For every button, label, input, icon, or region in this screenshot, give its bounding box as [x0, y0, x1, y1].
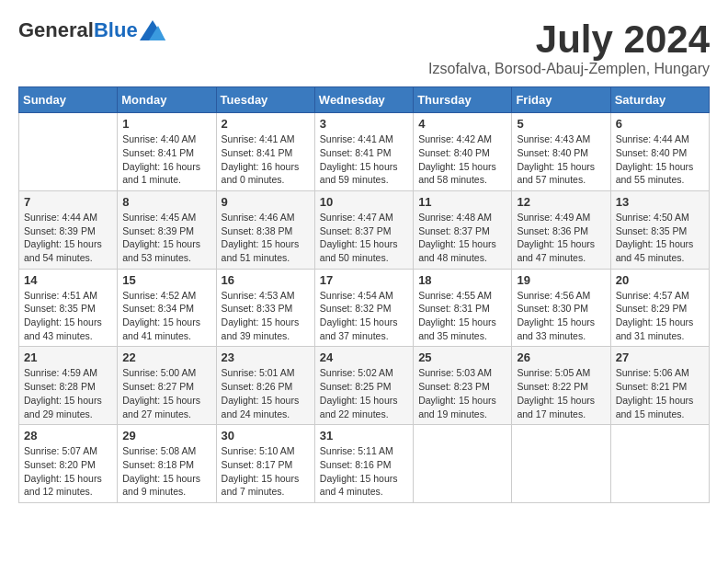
calendar-table: SundayMondayTuesdayWednesdayThursdayFrid…: [18, 86, 710, 503]
day-info: Sunrise: 5:05 AMSunset: 8:22 PMDaylight:…: [517, 366, 605, 420]
calendar-header-saturday: Saturday: [610, 87, 709, 113]
calendar-cell: [610, 425, 709, 503]
day-number: 19: [517, 273, 605, 287]
calendar-header-tuesday: Tuesday: [216, 87, 314, 113]
day-number: 24: [320, 350, 408, 364]
day-info: Sunrise: 4:50 AMSunset: 8:35 PMDaylight:…: [616, 211, 704, 265]
calendar-cell: 31Sunrise: 5:11 AMSunset: 8:16 PMDayligh…: [314, 425, 413, 503]
calendar-cell: 30Sunrise: 5:10 AMSunset: 8:17 PMDayligh…: [216, 425, 314, 503]
day-info: Sunrise: 4:59 AMSunset: 8:28 PMDaylight:…: [24, 366, 112, 420]
calendar-cell: 16Sunrise: 4:53 AMSunset: 8:33 PMDayligh…: [216, 269, 314, 347]
calendar-cell: 11Sunrise: 4:48 AMSunset: 8:37 PMDayligh…: [414, 190, 512, 269]
calendar-cell: 8Sunrise: 4:45 AMSunset: 8:39 PMDaylight…: [118, 190, 216, 269]
calendar-header-thursday: Thursday: [414, 87, 512, 113]
day-number: 6: [616, 117, 704, 131]
calendar-cell: 20Sunrise: 4:57 AMSunset: 8:29 PMDayligh…: [610, 269, 709, 347]
day-info: Sunrise: 5:00 AMSunset: 8:27 PMDaylight:…: [122, 366, 210, 420]
day-number: 7: [24, 195, 112, 209]
calendar-header-row: SundayMondayTuesdayWednesdayThursdayFrid…: [19, 87, 710, 113]
day-number: 10: [320, 195, 408, 209]
day-info: Sunrise: 4:41 AMSunset: 8:41 PMDaylight:…: [320, 132, 408, 187]
day-info: Sunrise: 4:57 AMSunset: 8:29 PMDaylight:…: [616, 289, 704, 343]
day-number: 23: [222, 350, 310, 364]
calendar-week-row: 1Sunrise: 4:40 AMSunset: 8:41 PMDaylight…: [19, 113, 710, 191]
calendar-cell: 14Sunrise: 4:51 AMSunset: 8:35 PMDayligh…: [19, 269, 118, 347]
day-info: Sunrise: 4:44 AMSunset: 8:40 PMDaylight:…: [616, 132, 704, 187]
calendar-week-row: 7Sunrise: 4:44 AMSunset: 8:39 PMDaylight…: [19, 190, 710, 269]
day-number: 2: [222, 117, 310, 131]
calendar-cell: 18Sunrise: 4:55 AMSunset: 8:31 PMDayligh…: [414, 269, 512, 347]
day-info: Sunrise: 4:45 AMSunset: 8:39 PMDaylight:…: [122, 211, 210, 265]
calendar-cell: 22Sunrise: 5:00 AMSunset: 8:27 PMDayligh…: [118, 347, 216, 425]
day-number: 18: [418, 273, 506, 287]
calendar-cell: 6Sunrise: 4:44 AMSunset: 8:40 PMDaylight…: [610, 113, 709, 191]
calendar-week-row: 28Sunrise: 5:07 AMSunset: 8:20 PMDayligh…: [19, 425, 710, 503]
calendar-cell: 2Sunrise: 4:41 AMSunset: 8:41 PMDaylight…: [216, 113, 314, 191]
day-number: 29: [122, 429, 210, 442]
page-header: GeneralBlue July 2024 Izsofalva, Borsod-…: [18, 18, 710, 77]
calendar-cell: 10Sunrise: 4:47 AMSunset: 8:37 PMDayligh…: [314, 190, 413, 269]
calendar-cell: 28Sunrise: 5:07 AMSunset: 8:20 PMDayligh…: [19, 425, 118, 503]
calendar-cell: 24Sunrise: 5:02 AMSunset: 8:25 PMDayligh…: [314, 347, 413, 425]
calendar-cell: 15Sunrise: 4:52 AMSunset: 8:34 PMDayligh…: [118, 269, 216, 347]
calendar-cell: 7Sunrise: 4:44 AMSunset: 8:39 PMDaylight…: [19, 190, 118, 269]
location-title: Izsofalva, Borsod-Abauj-Zemplen, Hungary: [428, 61, 710, 77]
day-info: Sunrise: 5:11 AMSunset: 8:16 PMDaylight:…: [320, 444, 408, 499]
day-info: Sunrise: 4:56 AMSunset: 8:30 PMDaylight:…: [517, 289, 605, 343]
day-number: 14: [24, 273, 112, 287]
calendar-cell: 21Sunrise: 4:59 AMSunset: 8:28 PMDayligh…: [19, 347, 118, 425]
calendar-header-friday: Friday: [512, 87, 610, 113]
day-number: 4: [418, 117, 506, 131]
day-info: Sunrise: 4:55 AMSunset: 8:31 PMDaylight:…: [418, 289, 506, 343]
logo: GeneralBlue: [18, 18, 165, 42]
day-number: 26: [517, 350, 605, 364]
day-number: 21: [24, 350, 112, 364]
day-number: 16: [222, 273, 310, 287]
day-number: 17: [320, 273, 408, 287]
logo-general: GeneralBlue: [18, 18, 138, 42]
day-info: Sunrise: 4:53 AMSunset: 8:33 PMDaylight:…: [222, 289, 310, 343]
calendar-header-monday: Monday: [118, 87, 216, 113]
day-number: 15: [122, 273, 210, 287]
day-info: Sunrise: 4:54 AMSunset: 8:32 PMDaylight:…: [320, 289, 408, 343]
day-info: Sunrise: 4:47 AMSunset: 8:37 PMDaylight:…: [320, 211, 408, 265]
calendar-cell: [414, 425, 512, 503]
calendar-cell: 17Sunrise: 4:54 AMSunset: 8:32 PMDayligh…: [314, 269, 413, 347]
day-number: 27: [616, 350, 704, 364]
day-info: Sunrise: 5:08 AMSunset: 8:18 PMDaylight:…: [122, 444, 210, 499]
day-info: Sunrise: 4:46 AMSunset: 8:38 PMDaylight:…: [222, 211, 310, 265]
calendar-week-row: 21Sunrise: 4:59 AMSunset: 8:28 PMDayligh…: [19, 347, 710, 425]
day-number: 1: [122, 117, 210, 131]
day-number: 13: [616, 195, 704, 209]
day-info: Sunrise: 5:02 AMSunset: 8:25 PMDaylight:…: [320, 366, 408, 420]
day-number: 31: [320, 429, 408, 442]
day-info: Sunrise: 4:51 AMSunset: 8:35 PMDaylight:…: [24, 289, 112, 343]
calendar-cell: 29Sunrise: 5:08 AMSunset: 8:18 PMDayligh…: [118, 425, 216, 503]
calendar-cell: [512, 425, 610, 503]
title-block: July 2024 Izsofalva, Borsod-Abauj-Zemple…: [428, 18, 710, 77]
calendar-cell: 3Sunrise: 4:41 AMSunset: 8:41 PMDaylight…: [314, 113, 413, 191]
day-info: Sunrise: 4:48 AMSunset: 8:37 PMDaylight:…: [418, 211, 506, 265]
day-info: Sunrise: 4:42 AMSunset: 8:40 PMDaylight:…: [418, 132, 506, 187]
month-title: July 2024: [428, 18, 710, 61]
calendar-cell: 19Sunrise: 4:56 AMSunset: 8:30 PMDayligh…: [512, 269, 610, 347]
day-info: Sunrise: 4:40 AMSunset: 8:41 PMDaylight:…: [122, 132, 210, 187]
calendar-cell: 23Sunrise: 5:01 AMSunset: 8:26 PMDayligh…: [216, 347, 314, 425]
day-number: 12: [517, 195, 605, 209]
day-info: Sunrise: 4:41 AMSunset: 8:41 PMDaylight:…: [222, 132, 310, 187]
day-number: 9: [222, 195, 310, 209]
day-number: 22: [122, 350, 210, 364]
day-number: 25: [418, 350, 506, 364]
calendar-cell: 4Sunrise: 4:42 AMSunset: 8:40 PMDaylight…: [414, 113, 512, 191]
calendar-cell: 25Sunrise: 5:03 AMSunset: 8:23 PMDayligh…: [414, 347, 512, 425]
day-number: 20: [616, 273, 704, 287]
day-number: 5: [517, 117, 605, 131]
calendar-week-row: 14Sunrise: 4:51 AMSunset: 8:35 PMDayligh…: [19, 269, 710, 347]
day-number: 8: [122, 195, 210, 209]
calendar-cell: 13Sunrise: 4:50 AMSunset: 8:35 PMDayligh…: [610, 190, 709, 269]
day-info: Sunrise: 4:49 AMSunset: 8:36 PMDaylight:…: [517, 211, 605, 265]
calendar-header-sunday: Sunday: [19, 87, 118, 113]
logo-icon: [140, 20, 165, 40]
day-info: Sunrise: 5:01 AMSunset: 8:26 PMDaylight:…: [222, 366, 310, 420]
day-info: Sunrise: 5:06 AMSunset: 8:21 PMDaylight:…: [616, 366, 704, 420]
